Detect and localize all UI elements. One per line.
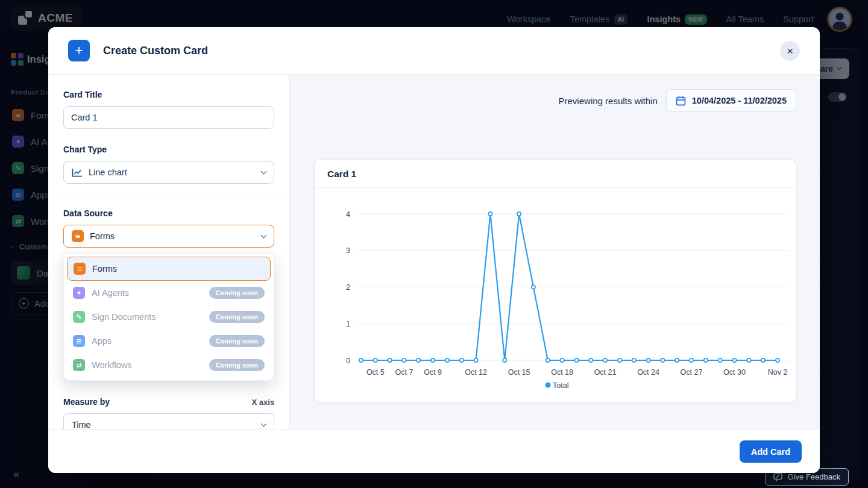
coming-soon-badge: Coming soon (209, 335, 265, 347)
workflows-icon: ⇄ (73, 359, 85, 371)
svg-text:Oct 18: Oct 18 (551, 368, 573, 377)
measure-by-label: Measure by (63, 397, 110, 407)
chart-type-select[interactable]: Line chart (63, 161, 274, 184)
svg-text:Nov 2: Nov 2 (768, 368, 788, 377)
line-chart-icon (72, 168, 83, 177)
close-icon[interactable]: × (780, 41, 800, 61)
coming-soon-badge: Coming soon (209, 311, 265, 323)
create-custom-card-modal: + Create Custom Card × Card Title Chart … (48, 27, 820, 473)
feedback-icon (773, 473, 782, 481)
option-ai-agents[interactable]: ✦ AI Agents Coming soon (67, 281, 271, 305)
apps-icon: ⊞ (73, 335, 85, 347)
svg-text:Oct 24: Oct 24 (637, 368, 659, 377)
data-source-label: Data Source (63, 208, 274, 218)
modal-header: + Create Custom Card × (48, 27, 820, 75)
svg-text:4: 4 (346, 210, 350, 219)
measure-by-select[interactable]: Time (63, 413, 274, 429)
svg-text:0: 0 (346, 357, 350, 365)
preview-chart: 01234Oct 5Oct 7Oct 9Oct 12Oct 15Oct 18Oc… (315, 188, 796, 400)
preview-toolbar: Previewing results within 10/04/2025 - 1… (314, 89, 796, 112)
previewing-label: Previewing results within (559, 96, 658, 106)
svg-text:Oct 21: Oct 21 (594, 368, 617, 377)
coming-soon-badge: Coming soon (209, 287, 265, 299)
modal-body: Card Title Chart Type Line chart Data So… (48, 75, 820, 429)
svg-text:2: 2 (346, 283, 350, 292)
svg-text:Oct 12: Oct 12 (465, 368, 487, 377)
modal-title: Create Custom Card (103, 45, 208, 57)
svg-text:Oct 30: Oct 30 (723, 368, 746, 377)
svg-text:3: 3 (346, 246, 350, 255)
x-axis-label: X axis (251, 398, 274, 407)
forms-icon: ≡ (74, 263, 86, 275)
modal-footer: Add Card (48, 429, 820, 473)
option-apps[interactable]: ⊞ Apps Coming soon (67, 329, 271, 353)
svg-text:Oct 27: Oct 27 (681, 368, 703, 377)
option-forms[interactable]: ≡ Forms (67, 257, 271, 281)
preview-panel: Previewing results within 10/04/2025 - 1… (290, 75, 820, 429)
option-sign-documents[interactable]: ✎ Sign Documents Coming soon (67, 305, 271, 329)
option-workflows[interactable]: ⇄ Workflows Coming soon (67, 353, 271, 377)
svg-text:Oct 9: Oct 9 (424, 368, 442, 377)
measure-by-row: Measure by X axis (63, 397, 274, 407)
chevron-down-icon (261, 233, 267, 239)
svg-text:Total: Total (553, 381, 568, 390)
section-divider (48, 196, 289, 196)
date-range-picker[interactable]: 10/04/2025 - 11/02/2025 (666, 89, 796, 112)
svg-text:Oct 7: Oct 7 (395, 368, 414, 377)
data-source-dropdown: ≡ Forms ✦ AI Agents Coming soon ✎ Sign D… (63, 253, 274, 381)
ai-agents-icon: ✦ (73, 287, 85, 299)
svg-text:Oct 5: Oct 5 (366, 368, 385, 377)
data-source-select[interactable]: ≡ Forms (63, 225, 274, 248)
add-card-button[interactable]: Add Card (740, 440, 802, 463)
coming-soon-badge: Coming soon (209, 359, 265, 371)
svg-text:1: 1 (346, 320, 350, 328)
preview-card: Card 1 01234Oct 5Oct 7Oct 9Oct 12Oct 15O… (314, 159, 796, 402)
calendar-icon (676, 96, 686, 106)
preview-card-title: Card 1 (315, 160, 796, 188)
card-title-input[interactable] (63, 106, 274, 129)
svg-text:Oct 15: Oct 15 (508, 368, 530, 377)
chart-type-label: Chart Type (63, 145, 274, 154)
card-config-panel: Card Title Chart Type Line chart Data So… (48, 75, 290, 429)
plus-icon: + (68, 40, 90, 61)
card-title-label: Card Title (63, 90, 274, 99)
forms-icon: ≡ (72, 230, 84, 242)
chevron-down-icon (261, 421, 267, 427)
chevron-down-icon (261, 169, 267, 175)
sign-documents-icon: ✎ (73, 311, 85, 323)
